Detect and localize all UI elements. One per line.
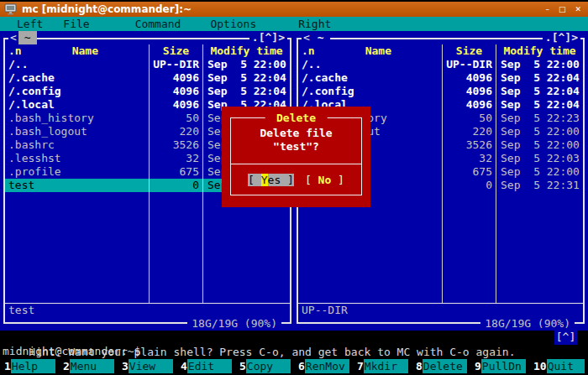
file-size: 3526: [149, 138, 202, 152]
yes-button[interactable]: [ Yes ]: [248, 174, 294, 186]
fkey-number: 7: [353, 359, 364, 373]
disk-usage: 18G/19G (90%): [187, 317, 281, 331]
column-header-size[interactable]: Size: [149, 44, 202, 58]
menu-left[interactable]: Left: [17, 17, 43, 31]
fkey-number: 2: [59, 359, 70, 373]
fkey-quit[interactable]: 10Quit: [529, 359, 588, 373]
fkey-label: Copy: [246, 359, 291, 373]
file-size: 50: [442, 112, 496, 125]
panel-scroll-markers[interactable]: .[^]>: [543, 31, 580, 44]
file-mtime: Sep 5 22:00: [496, 165, 583, 179]
file-size: UP--DIR: [442, 58, 496, 71]
file-size: UP--DIR: [149, 58, 202, 71]
fkey-delete[interactable]: 8Delete: [412, 359, 470, 373]
file-size: 4096: [149, 71, 202, 85]
file-name: .profile: [5, 165, 149, 179]
fkey-number: 3: [118, 359, 129, 373]
panel-column-headers: . n Name Size Modify time: [298, 44, 583, 58]
file-mtime: Sep 5 22:00: [496, 138, 583, 152]
panel-history-marker[interactable]: <: [302, 31, 312, 44]
file-size: 4096: [149, 85, 202, 98]
menu-right[interactable]: Right: [298, 17, 331, 31]
menu-command[interactable]: Command: [135, 17, 181, 31]
file-mtime: Sep 5 22:31: [496, 179, 583, 192]
fkey-number: 9: [470, 359, 481, 373]
fkey-label: Menu: [70, 359, 114, 373]
file-name: /.config: [298, 85, 442, 98]
fkey-label: RenMov: [305, 359, 349, 373]
file-row[interactable]: /..UP--DIRSep 5 22:00: [5, 58, 290, 71]
file-name: .bash_logout: [5, 125, 149, 138]
file-name: /..: [298, 58, 442, 71]
file-name: .bash_history: [5, 112, 149, 125]
fkey-renmov[interactable]: 6RenMov: [294, 359, 353, 373]
no-button[interactable]: [ No ]: [305, 174, 344, 186]
file-size: 32: [442, 152, 496, 165]
file-name: /.local: [5, 98, 149, 112]
yes-bracket-close: ]: [281, 174, 294, 186]
close-button[interactable]: ✕: [575, 5, 581, 13]
file-size: 675: [442, 165, 496, 179]
delete-dialog: Delete Delete file "test"? [ Yes ] [ No …: [222, 107, 370, 207]
file-size: 0: [149, 179, 202, 192]
file-row[interactable]: /.cache4096Sep 5 22:04: [298, 71, 583, 85]
panel-path[interactable]: ~: [18, 31, 37, 44]
column-header-size[interactable]: Size: [442, 44, 496, 58]
file-name: /.cache: [5, 71, 149, 85]
hint-text: Hint: Want your plain shell? Press C-o, …: [29, 346, 515, 358]
file-size: 4096: [442, 98, 496, 112]
file-size: 220: [149, 125, 202, 138]
file-size: 4096: [442, 85, 496, 98]
maximize-button[interactable]: □: [559, 5, 566, 13]
fkey-view[interactable]: 3View: [118, 359, 176, 373]
fkey-number: 8: [412, 359, 423, 373]
scroll-up-indicator[interactable]: [^]: [554, 331, 577, 345]
panel-scroll-markers[interactable]: .[^]>: [249, 31, 287, 44]
xterm-window: mc [midnight@commander]:~ – □ ✕ Left Fil…: [0, 0, 588, 375]
panel-history-marker[interactable]: <: [8, 31, 18, 44]
file-name: /.cache: [298, 71, 442, 85]
file-size: 4096: [149, 98, 202, 112]
sort-key[interactable]: n: [308, 44, 315, 58]
mini-status: test: [5, 303, 290, 317]
yes-label-rest: es: [268, 174, 281, 186]
panel-empty-area: [5, 192, 290, 303]
file-size: 3526: [442, 138, 496, 152]
no-bracket-open: [: [305, 174, 318, 186]
file-name: test: [5, 179, 149, 192]
menu-bar: Left File Command Options Right: [0, 17, 588, 31]
file-name: /..: [5, 58, 149, 71]
dialog-message-line2: "test"?: [231, 140, 361, 154]
file-name: .bashrc: [5, 138, 149, 152]
mini-status: UP--DIR: [298, 303, 583, 317]
panel-empty-area: [298, 192, 583, 303]
fkey-pulldn[interactable]: 9PullDn: [470, 359, 529, 373]
menu-options[interactable]: Options: [210, 17, 256, 31]
fkey-number: 10: [529, 359, 547, 373]
panel-path[interactable]: ~: [312, 31, 330, 44]
column-header-mtime[interactable]: Modify time: [202, 44, 290, 58]
column-header-mtime[interactable]: Modify time: [496, 44, 583, 58]
file-row[interactable]: /.config4096Sep 5 22:04: [5, 85, 290, 98]
sort-key[interactable]: n: [15, 44, 22, 58]
file-row[interactable]: /.config4096Sep 5 22:04: [298, 85, 583, 98]
column-header-name[interactable]: Name: [315, 44, 442, 58]
fkey-menu[interactable]: 2Menu: [59, 359, 118, 373]
yes-bracket-open: [: [248, 174, 261, 186]
minimize-button[interactable]: –: [545, 5, 549, 13]
fkey-number: 4: [176, 359, 187, 373]
menu-file[interactable]: File: [63, 17, 89, 31]
file-size: 220: [442, 125, 496, 138]
panel-top-border: < ~ .[^]>: [2, 31, 293, 44]
file-row[interactable]: /.cache4096Sep 5 22:04: [5, 71, 290, 85]
fkey-label: Delete: [423, 359, 467, 373]
file-row[interactable]: /..UP--DIRSep 5 22:00: [298, 58, 583, 71]
fkey-copy[interactable]: 5Copy: [235, 359, 294, 373]
fkey-number: 6: [294, 359, 305, 373]
file-size: 0: [442, 179, 496, 192]
file-mtime: Sep 5 22:00: [496, 58, 583, 71]
column-header-name[interactable]: Name: [22, 44, 149, 58]
fkey-mkdir[interactable]: 7Mkdir: [353, 359, 412, 373]
fkey-edit[interactable]: 4Edit: [176, 359, 235, 373]
file-mtime: Sep 5 22:04: [496, 71, 583, 85]
